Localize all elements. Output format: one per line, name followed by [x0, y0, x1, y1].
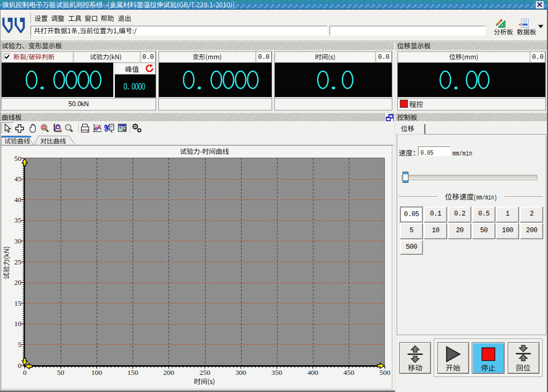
svg-text:0: 0 — [18, 361, 21, 369]
svg-text:100: 100 — [91, 368, 103, 376]
svg-text:30: 30 — [14, 237, 22, 245]
svg-text:mm/min: mm/min — [452, 150, 472, 158]
svg-text:50: 50 — [14, 154, 22, 162]
svg-text:(mm/min): (mm/min) — [473, 194, 497, 202]
svg-text:350: 350 — [272, 368, 283, 376]
svg-text:150: 150 — [127, 368, 138, 376]
svg-text:450: 450 — [344, 368, 355, 376]
svg-text:200: 200 — [163, 368, 174, 376]
svg-text:400: 400 — [308, 368, 319, 376]
svg-text:0: 0 — [23, 368, 27, 376]
svg-text:10: 10 — [14, 320, 22, 328]
svg-text:45: 45 — [14, 175, 22, 183]
svg-text:50: 50 — [57, 368, 64, 376]
svg-text:15: 15 — [14, 299, 22, 307]
svg-text:5: 5 — [18, 341, 21, 349]
svg-text:250: 250 — [199, 368, 210, 376]
svg-text:20: 20 — [14, 278, 22, 286]
svg-text:35: 35 — [14, 216, 22, 224]
svg-text:300: 300 — [235, 368, 246, 376]
svg-text:500: 500 — [379, 368, 391, 376]
svg-text:40: 40 — [14, 196, 22, 204]
svg-text:25: 25 — [14, 258, 22, 266]
svg-text:0.05: 0.05 — [421, 149, 434, 157]
